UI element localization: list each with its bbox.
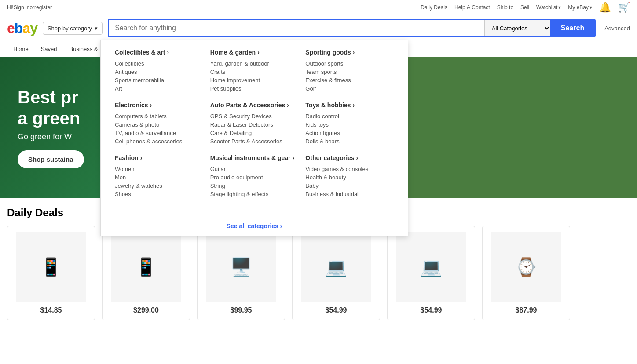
jewelry-watches-link[interactable]: Jewelry & watches	[115, 182, 203, 190]
category-select[interactable]: All Categories	[484, 20, 550, 36]
collectibles-section: Collectibles & art › Collectibles Antiqu…	[115, 49, 203, 93]
sell-link[interactable]: Sell	[520, 4, 529, 11]
product-image-6: ⌚	[491, 232, 561, 302]
musical-instruments-heading[interactable]: Musical instruments & gear ›	[210, 154, 299, 161]
other-arrow-icon: ›	[356, 154, 359, 161]
computers-tablets-link[interactable]: Computers & tablets	[115, 112, 203, 120]
women-link[interactable]: Women	[115, 165, 203, 173]
exercise-fitness-link[interactable]: Exercise & fitness	[305, 76, 394, 84]
product-card-4[interactable]: 💻 $54.99	[292, 226, 380, 320]
watchlist-dropdown[interactable]: Watchlist ▾	[536, 4, 561, 11]
myebay-chevron-icon: ▾	[589, 4, 592, 11]
yard-garden-link[interactable]: Yard, garden & outdoor	[210, 59, 299, 68]
pro-audio-link[interactable]: Pro audio equipment	[210, 173, 299, 182]
outdoor-sports-link[interactable]: Outdoor sports	[305, 59, 394, 68]
guitar-link[interactable]: Guitar	[210, 165, 299, 173]
radar-laser-link[interactable]: Radar & Laser Detectors	[210, 120, 299, 129]
cameras-photo-link[interactable]: Cameras & photo	[115, 120, 203, 129]
crafts-link[interactable]: Crafts	[210, 68, 299, 76]
musical-arrow-icon: ›	[292, 154, 294, 161]
health-beauty-link[interactable]: Health & beauty	[305, 173, 394, 182]
products-list: 📱 $14.85 📱 $299.00 🖥️ $99.95 💻 $54.99 💻 …	[7, 226, 630, 320]
myebay-dropdown[interactable]: My eBay ▾	[568, 4, 592, 11]
nav-saved[interactable]: Saved	[35, 41, 63, 57]
dropdown-col-1: Collectibles & art › Collectibles Antiqu…	[111, 49, 207, 216]
product-card-3[interactable]: 🖥️ $99.95	[197, 226, 285, 320]
help-contact-link[interactable]: Help & Contact	[454, 4, 490, 11]
register-link[interactable]: register	[34, 4, 52, 11]
daily-deals-link[interactable]: Daily Deals	[421, 4, 447, 11]
baby-link[interactable]: Baby	[305, 182, 394, 190]
toys-hobbies-heading[interactable]: Toys & hobbies ›	[305, 102, 394, 109]
dolls-bears-link[interactable]: Dolls & bears	[305, 137, 394, 146]
product-card-5[interactable]: 💻 $54.99	[387, 226, 475, 320]
product-image-3: 🖥️	[206, 232, 276, 302]
see-all-categories-link[interactable]: See all categories ›	[227, 222, 282, 229]
stage-lighting-link[interactable]: Stage lighting & effects	[210, 190, 299, 198]
product-price-2: $299.00	[108, 306, 184, 314]
care-detailing-link[interactable]: Care & Detailing	[210, 129, 299, 137]
gps-security-link[interactable]: GPS & Security Devices	[210, 112, 299, 120]
watchlist-chevron-icon: ▾	[558, 4, 561, 11]
men-link[interactable]: Men	[115, 173, 203, 182]
golf-link[interactable]: Golf	[305, 84, 394, 93]
electronics-arrow-icon: ›	[150, 102, 152, 109]
home-garden-heading[interactable]: Home & garden ›	[210, 49, 299, 56]
sporting-goods-heading[interactable]: Sporting goods ›	[305, 49, 394, 56]
top-bar: Hi! Sign in or register Daily Deals Help…	[0, 0, 637, 15]
product-price-4: $54.99	[298, 306, 374, 314]
cart-icon[interactable]: 🛒	[618, 2, 630, 13]
shop-by-label: Shop by category	[48, 25, 92, 32]
product-price-1: $14.85	[13, 306, 89, 314]
dropdown-grid: Collectibles & art › Collectibles Antiqu…	[111, 49, 397, 216]
shop-by-button[interactable]: Shop by category ▾	[43, 22, 103, 35]
fashion-section: Fashion › Women Men Jewelry & watches Sh…	[115, 154, 203, 198]
product-price-6: $87.99	[488, 306, 564, 314]
nav-home[interactable]: Home	[7, 41, 35, 57]
product-card-1[interactable]: 📱 $14.85	[7, 226, 95, 320]
notification-icon[interactable]: 🔔	[599, 2, 611, 13]
product-image-4: 💻	[301, 232, 371, 302]
art-link[interactable]: Art	[115, 84, 203, 93]
fashion-heading[interactable]: Fashion ›	[115, 154, 203, 161]
tv-audio-link[interactable]: TV, audio & surveillance	[115, 129, 203, 137]
product-price-5: $54.99	[393, 306, 469, 314]
string-link[interactable]: String	[210, 182, 299, 190]
other-categories-heading[interactable]: Other categories ›	[305, 154, 394, 161]
advanced-search-link[interactable]: Advanced	[604, 25, 630, 32]
pet-supplies-link[interactable]: Pet supplies	[210, 84, 299, 93]
product-card-6[interactable]: ⌚ $87.99	[482, 226, 570, 320]
product-image-1: 📱	[16, 232, 86, 302]
action-figures-link[interactable]: Action figures	[305, 129, 394, 137]
team-sports-link[interactable]: Team sports	[305, 68, 394, 76]
electronics-heading[interactable]: Electronics ›	[115, 102, 203, 109]
auto-parts-heading[interactable]: Auto Parts & Accessories ›	[210, 102, 299, 109]
sign-in-link[interactable]: Sign in	[14, 4, 30, 11]
video-games-link[interactable]: Video games & consoles	[305, 165, 394, 173]
collectibles-link[interactable]: Collectibles	[115, 59, 203, 68]
dropdown-col-2: Home & garden › Yard, garden & outdoor C…	[207, 49, 302, 216]
search-input[interactable]	[109, 20, 484, 36]
radio-control-link[interactable]: Radio control	[305, 112, 394, 120]
kids-toys-link[interactable]: Kids toys	[305, 120, 394, 129]
other-categories-section: Other categories › Video games & console…	[305, 154, 394, 198]
category-dropdown: Collectibles & art › Collectibles Antiqu…	[100, 40, 408, 236]
sports-memorabilia-link[interactable]: Sports memorabilia	[115, 76, 203, 84]
logo-b: b	[15, 20, 23, 36]
collectibles-art-heading[interactable]: Collectibles & art ›	[115, 49, 203, 56]
ebay-logo[interactable]: ebay	[7, 20, 37, 36]
auto-parts-section: Auto Parts & Accessories › GPS & Securit…	[210, 102, 299, 146]
product-image-5: 💻	[396, 232, 466, 302]
product-card-2[interactable]: 📱 $299.00	[102, 226, 190, 320]
header: ebay Shop by category ▾ All Categories S…	[0, 15, 637, 41]
home-improvement-link[interactable]: Home improvement	[210, 76, 299, 84]
shop-by-chevron-icon: ▾	[95, 25, 98, 32]
business-industrial-link[interactable]: Business & industrial	[305, 190, 394, 198]
scooter-parts-link[interactable]: Scooter Parts & Accessories	[210, 137, 299, 146]
shoes-link[interactable]: Shoes	[115, 190, 203, 198]
hero-cta-button[interactable]: Shop sustaina	[18, 150, 84, 168]
antiques-link[interactable]: Antiques	[115, 68, 203, 76]
logo-a: a	[22, 20, 30, 36]
search-button[interactable]: Search	[550, 20, 595, 36]
cell-phones-link[interactable]: Cell phones & accessories	[115, 137, 203, 146]
